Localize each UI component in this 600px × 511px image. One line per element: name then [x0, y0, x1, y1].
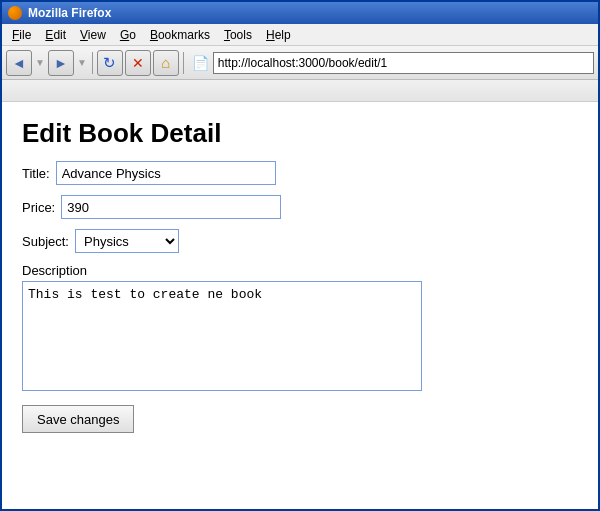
reload-icon: ↻: [103, 54, 116, 72]
browser-window: Mozilla Firefox File Edit View Go Bookma…: [0, 0, 600, 511]
reload-button[interactable]: ↻: [97, 50, 123, 76]
menu-view[interactable]: View: [74, 26, 112, 44]
firefox-icon: [8, 6, 22, 20]
menu-tools[interactable]: Tools: [218, 26, 258, 44]
description-label: Description: [22, 263, 578, 278]
title-group: Title:: [22, 161, 578, 185]
home-button[interactable]: ⌂: [153, 50, 179, 76]
subject-select[interactable]: Physics Mathematics Chemistry Biology: [75, 229, 179, 253]
bookmarks-bar: [2, 80, 598, 102]
page-content: Edit Book Detail Title: Price: Subject: …: [2, 102, 598, 509]
price-input[interactable]: [61, 195, 281, 219]
back-dropdown-arrow[interactable]: ▼: [35, 57, 45, 68]
address-bar-area: 📄: [192, 52, 594, 74]
menu-bookmarks[interactable]: Bookmarks: [144, 26, 216, 44]
description-group: Description This is test to create ne bo…: [22, 263, 578, 391]
price-group: Price:: [22, 195, 578, 219]
browser-title: Mozilla Firefox: [28, 6, 111, 20]
stop-button[interactable]: ✕: [125, 50, 151, 76]
page-title: Edit Book Detail: [22, 118, 578, 149]
title-label: Title:: [22, 166, 50, 181]
address-input[interactable]: [213, 52, 594, 74]
menu-edit[interactable]: Edit: [39, 26, 72, 44]
toolbar: ◄ ▼ ► ▼ ↻ ✕ ⌂ 📄: [2, 46, 598, 80]
stop-icon: ✕: [132, 55, 144, 71]
subject-group: Subject: Physics Mathematics Chemistry B…: [22, 229, 578, 253]
page-icon: 📄: [192, 55, 209, 71]
subject-label: Subject:: [22, 234, 69, 249]
menu-go[interactable]: Go: [114, 26, 142, 44]
back-icon: ◄: [12, 55, 26, 71]
menu-help[interactable]: Help: [260, 26, 297, 44]
forward-button[interactable]: ►: [48, 50, 74, 76]
title-bar: Mozilla Firefox: [2, 2, 598, 24]
toolbar-separator-1: [92, 52, 93, 74]
save-button[interactable]: Save changes: [22, 405, 134, 433]
home-icon: ⌂: [161, 54, 170, 71]
menu-bar: File Edit View Go Bookmarks Tools Help: [2, 24, 598, 46]
price-label: Price:: [22, 200, 55, 215]
description-textarea[interactable]: This is test to create ne book: [22, 281, 422, 391]
title-input[interactable]: [56, 161, 276, 185]
back-button[interactable]: ◄: [6, 50, 32, 76]
forward-dropdown-arrow[interactable]: ▼: [77, 57, 87, 68]
forward-icon: ►: [54, 55, 68, 71]
toolbar-separator-2: [183, 52, 184, 74]
menu-file[interactable]: File: [6, 26, 37, 44]
